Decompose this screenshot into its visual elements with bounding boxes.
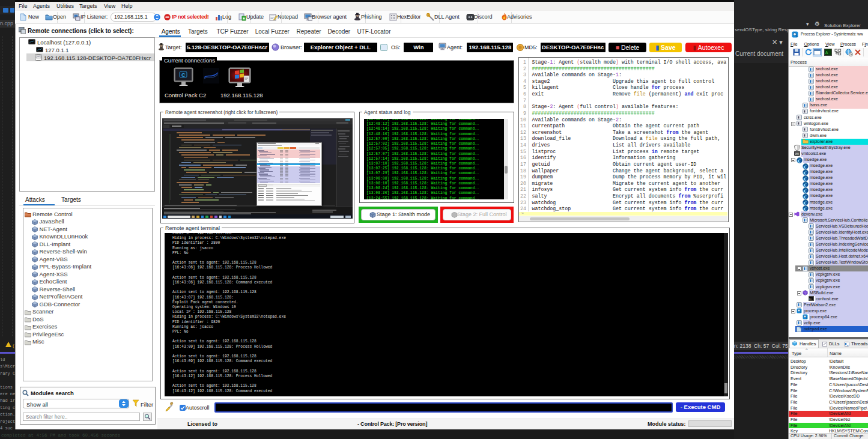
svg-text:c:: c: [809, 297, 812, 300]
svg-text:C: C [181, 72, 186, 78]
svg-text:vm: vm [795, 152, 799, 156]
